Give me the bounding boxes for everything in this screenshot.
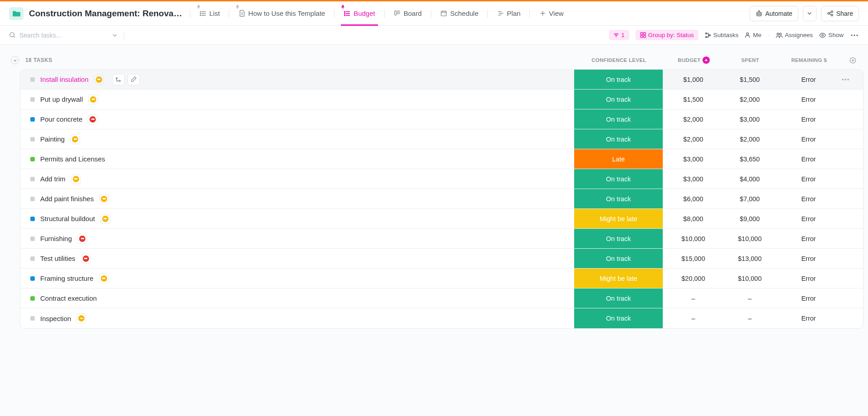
chevron-down-icon[interactable] <box>112 33 118 38</box>
table-row[interactable]: ⋮⋮Framing structureMight be late$20,000$… <box>20 269 863 288</box>
automate-dropdown[interactable] <box>803 6 816 21</box>
tab-budget[interactable]: Budget <box>338 1 381 25</box>
table-row[interactable]: ⋮⋮Pour concreteOn track$2,000$3,000Error <box>20 109 863 129</box>
spent-cell[interactable]: – <box>724 315 776 322</box>
confidence-cell[interactable]: On track <box>574 249 663 268</box>
task-name[interactable]: Inspection <box>40 315 71 322</box>
status-square[interactable] <box>30 217 35 221</box>
priority-badge[interactable] <box>99 194 109 204</box>
task-name[interactable]: Framing structure <box>40 274 94 282</box>
spent-cell[interactable]: $9,000 <box>724 215 776 222</box>
priority-badge[interactable] <box>81 254 91 264</box>
priority-badge[interactable] <box>100 214 110 224</box>
row-more-icon[interactable] <box>841 79 863 80</box>
remaining-cell[interactable]: Error <box>776 175 841 183</box>
task-name[interactable]: Test utilities <box>40 255 75 262</box>
task-name[interactable]: Put up drywall <box>40 95 83 103</box>
budget-cell[interactable]: $2,000 <box>663 136 724 143</box>
col-budget[interactable]: BUDGET <box>663 57 724 64</box>
confidence-cell[interactable]: On track <box>574 169 663 189</box>
edit-icon[interactable] <box>127 74 140 85</box>
status-square[interactable] <box>30 137 35 142</box>
filter-pill[interactable]: 1 <box>609 30 629 40</box>
confidence-cell[interactable]: On track <box>574 308 663 328</box>
tab-add-view[interactable]: View <box>533 1 569 25</box>
priority-badge[interactable] <box>99 274 109 284</box>
confidence-cell[interactable]: Late <box>574 149 663 169</box>
remaining-cell[interactable]: Error <box>776 96 841 103</box>
confidence-cell[interactable]: Might be late <box>574 209 663 228</box>
status-square[interactable] <box>30 177 35 181</box>
spent-cell[interactable]: $13,000 <box>724 255 776 262</box>
budget-cell[interactable]: $3,000 <box>663 175 724 183</box>
status-square[interactable] <box>30 316 35 321</box>
remaining-cell[interactable]: Error <box>776 255 841 262</box>
table-row[interactable]: ⋮⋮Add trimOn track$3,000$4,000Error <box>20 169 863 189</box>
status-square[interactable] <box>30 296 35 301</box>
remaining-cell[interactable]: Error <box>776 235 841 242</box>
task-name[interactable]: Furnishing <box>40 235 72 242</box>
table-row[interactable]: ⋮⋮FurnishingOn track$10,000$10,000Error <box>20 229 863 249</box>
subtasks-button[interactable]: Subtasks <box>705 32 739 38</box>
spent-cell[interactable]: $10,000 <box>724 275 776 282</box>
budget-cell[interactable]: $3,000 <box>663 156 724 163</box>
task-name[interactable]: Painting <box>40 135 65 143</box>
remaining-cell[interactable]: Error <box>776 295 841 302</box>
add-column-icon[interactable] <box>849 56 857 64</box>
confidence-cell[interactable]: On track <box>574 129 663 149</box>
budget-cell[interactable]: $2,000 <box>663 116 724 123</box>
budget-cell[interactable]: $1,000 <box>663 76 724 83</box>
me-button[interactable]: Me <box>745 32 761 38</box>
spent-cell[interactable]: $1,500 <box>724 76 776 83</box>
group-by-pill[interactable]: Group by: Status <box>636 30 698 40</box>
spent-cell[interactable]: $2,000 <box>724 96 776 103</box>
priority-badge[interactable] <box>77 234 87 244</box>
tab-board[interactable]: Board <box>388 1 427 25</box>
remaining-cell[interactable]: Error <box>776 156 841 163</box>
confidence-cell[interactable]: On track <box>574 70 663 89</box>
spent-cell[interactable]: $7,000 <box>724 195 776 203</box>
show-button[interactable]: Show <box>819 32 844 38</box>
status-square[interactable] <box>30 97 35 102</box>
table-row[interactable]: ⋮⋮Put up drywallOn track$1,500$2,000Erro… <box>20 90 863 109</box>
share-button[interactable]: Share <box>821 6 859 21</box>
priority-badge[interactable] <box>88 95 98 104</box>
budget-cell[interactable]: $6,000 <box>663 195 724 203</box>
task-name[interactable]: Permits and Licenses <box>40 155 105 163</box>
confidence-cell[interactable]: Might be late <box>574 269 663 288</box>
confidence-cell[interactable]: On track <box>574 109 663 129</box>
tab-plan[interactable]: Plan <box>491 1 526 25</box>
task-name[interactable]: Add paint finishes <box>40 195 94 203</box>
assignees-button[interactable]: Assignees <box>776 32 813 38</box>
folder-icon[interactable] <box>9 7 24 20</box>
search-input[interactable] <box>19 32 101 39</box>
table-row[interactable]: ⋮⋮Test utilitiesOn track$15,000$13,000Er… <box>20 249 863 269</box>
budget-cell[interactable]: – <box>663 315 724 322</box>
table-row[interactable]: ⋮⋮Add paint finishesOn track$6,000$7,000… <box>20 189 863 209</box>
task-name[interactable]: Contract execution <box>40 294 97 302</box>
table-row[interactable]: ⋮⋮Permits and LicensesLate$3,000$3,650Er… <box>20 149 863 169</box>
remaining-cell[interactable]: Error <box>776 275 841 282</box>
status-square[interactable] <box>30 276 35 281</box>
subtask-icon[interactable] <box>112 74 125 85</box>
budget-cell[interactable]: $8,000 <box>663 215 724 222</box>
col-confidence[interactable]: CONFIDENCE LEVEL <box>575 57 663 63</box>
collapse-toggle[interactable] <box>11 56 19 64</box>
spent-cell[interactable]: $2,000 <box>724 136 776 143</box>
remaining-cell[interactable]: Error <box>776 315 841 322</box>
automate-button[interactable]: Automate <box>750 6 798 21</box>
budget-cell[interactable]: $20,000 <box>663 275 724 282</box>
table-row[interactable]: ⋮⋮Install insulationOn track$1,000$1,500… <box>20 70 863 90</box>
task-name[interactable]: Add trim <box>40 175 66 183</box>
priority-badge[interactable] <box>71 174 81 184</box>
remaining-cell[interactable]: Error <box>776 195 841 203</box>
col-spent[interactable]: SPENT <box>724 57 776 63</box>
budget-cell[interactable]: $1,500 <box>663 96 724 103</box>
remaining-cell[interactable]: Error <box>776 116 841 123</box>
confidence-cell[interactable]: On track <box>574 189 663 208</box>
table-row[interactable]: ⋮⋮PaintingOn track$2,000$2,000Error <box>20 129 863 149</box>
status-square[interactable] <box>30 256 35 261</box>
confidence-cell[interactable]: On track <box>574 288 663 308</box>
confidence-cell[interactable]: On track <box>574 229 663 248</box>
priority-badge[interactable] <box>70 134 80 144</box>
